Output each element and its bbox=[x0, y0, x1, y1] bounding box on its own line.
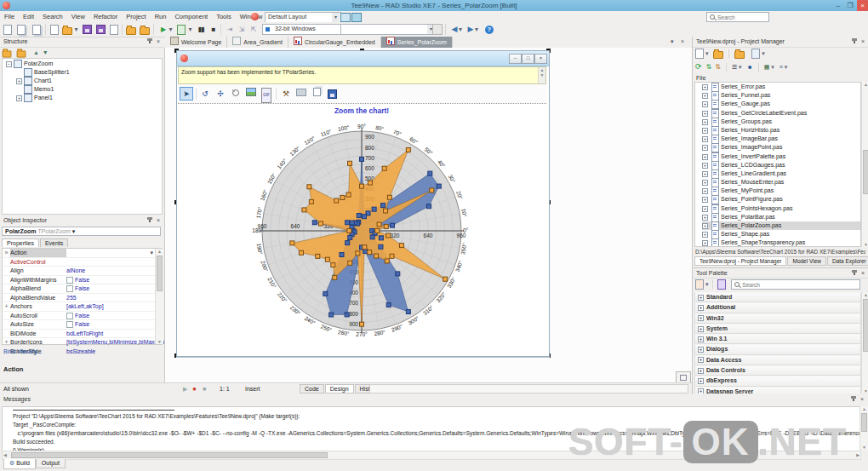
oi-row-align[interactable]: AlignalNone bbox=[3, 267, 162, 276]
oi-row-bidimode[interactable]: BiDiModebdLeftToRight bbox=[3, 330, 162, 339]
pm-scrollbar[interactable]: ▲▼ bbox=[861, 82, 868, 247]
remove-from-project-icon[interactable] bbox=[139, 24, 151, 35]
trace-into-icon[interactable]: ⇲ bbox=[236, 24, 248, 35]
palette-category-dbexpress[interactable]: +dbExpress bbox=[694, 376, 861, 386]
memo-scrollbar[interactable]: ▲▼ bbox=[538, 67, 545, 83]
menu-edit[interactable]: Edit bbox=[19, 11, 38, 20]
cursor-tool-icon[interactable]: ➤ bbox=[180, 87, 193, 101]
open-folder-icon[interactable] bbox=[734, 51, 745, 59]
bottom-tab-build[interactable]: ⚙Build bbox=[3, 459, 36, 469]
new-items-icon[interactable] bbox=[2, 24, 14, 35]
save-all-icon[interactable] bbox=[94, 24, 106, 35]
checkbox-icon[interactable] bbox=[66, 313, 73, 319]
palette-search-input[interactable] bbox=[732, 280, 859, 289]
expand-icon[interactable]: + bbox=[702, 206, 708, 212]
palette-category-additional[interactable]: +Additional bbox=[694, 302, 861, 313]
sort-az-icon[interactable]: ⇅ bbox=[706, 63, 712, 71]
project-file-item[interactable]: +Series_ImageBar.pas bbox=[702, 135, 860, 143]
ide-search[interactable] bbox=[706, 12, 769, 22]
oi-row-autoscroll[interactable]: AutoScrollFalse bbox=[3, 312, 162, 321]
sync-edit-icon[interactable]: ≡ bbox=[779, 64, 783, 70]
expand-icon[interactable]: + bbox=[702, 163, 708, 169]
expand-icon[interactable]: + bbox=[698, 336, 704, 342]
add-to-project-icon[interactable] bbox=[125, 24, 137, 35]
expand-icon[interactable]: + bbox=[698, 388, 704, 393]
collapse-icon[interactable]: − bbox=[6, 61, 12, 67]
editor-tab-area-gradient[interactable]: Area_Gradient bbox=[227, 37, 288, 48]
step-out-icon[interactable]: ⇱ bbox=[248, 24, 260, 35]
close-icon[interactable]: × bbox=[861, 270, 865, 276]
project-file-item[interactable]: +Series_Groups.pas bbox=[702, 118, 860, 126]
chevron-down-icon[interactable]: ▾ bbox=[785, 64, 788, 70]
expand-icon[interactable]: + bbox=[702, 232, 708, 238]
expand-icon[interactable]: + bbox=[702, 101, 708, 107]
expand-icon[interactable]: + bbox=[698, 378, 704, 384]
move-up-icon[interactable]: ▲ bbox=[33, 49, 39, 55]
expand-icon[interactable]: + bbox=[698, 295, 704, 301]
oi-object-combo[interactable]: PolarZoom TPolarZoom ▾ bbox=[2, 227, 161, 236]
project-file-item[interactable]: +Series_PointFigure.pas bbox=[702, 195, 860, 204]
palette-search[interactable] bbox=[731, 279, 860, 290]
pin-icon[interactable] bbox=[853, 396, 854, 402]
property-value[interactable]: bdLeftToRight bbox=[66, 330, 103, 336]
chevron-down-icon[interactable]: ▾ bbox=[771, 64, 774, 70]
pin-icon[interactable] bbox=[854, 38, 855, 44]
expand-all-icon[interactable] bbox=[17, 50, 26, 57]
chevron-down-icon[interactable]: ▾ bbox=[705, 281, 709, 287]
oi-row-activecontrol[interactable]: ActiveControl bbox=[3, 258, 162, 267]
palette-category-standard[interactable]: +Standard bbox=[694, 292, 861, 302]
checkbox-icon[interactable] bbox=[66, 321, 73, 328]
minimize-button[interactable]: – bbox=[832, 0, 844, 11]
structure-node-memo1[interactable]: Memo1 bbox=[4, 85, 160, 94]
expand-icon[interactable]: + bbox=[702, 188, 708, 194]
checkbox-icon[interactable] bbox=[66, 285, 73, 292]
expand-icon[interactable]: + bbox=[702, 119, 708, 125]
zoom-tool-icon[interactable] bbox=[229, 87, 243, 101]
new-project-icon[interactable] bbox=[695, 49, 704, 59]
chevron-down-icon[interactable]: ▾ bbox=[762, 50, 765, 56]
expand-icon[interactable]: + bbox=[702, 84, 708, 90]
open-icon[interactable] bbox=[61, 24, 73, 35]
menu-run[interactable]: Run bbox=[151, 11, 171, 20]
pin-icon[interactable] bbox=[854, 270, 855, 276]
property-value[interactable]: False bbox=[66, 321, 89, 327]
expand-icon[interactable]: + bbox=[698, 315, 704, 321]
ide-search-input[interactable] bbox=[707, 13, 768, 21]
copy-icon[interactable] bbox=[310, 87, 323, 101]
forward-dropdown-icon[interactable]: ▾ bbox=[474, 24, 479, 35]
expand-icon[interactable]: + bbox=[702, 154, 708, 160]
expand-icon[interactable]: + bbox=[702, 180, 708, 186]
print-icon[interactable] bbox=[294, 87, 308, 101]
designer-corner-button[interactable] bbox=[676, 371, 691, 383]
save-icon[interactable] bbox=[81, 24, 93, 35]
close-icon[interactable]: × bbox=[861, 38, 865, 44]
oi-row-action[interactable]: »Action▾ bbox=[3, 249, 162, 258]
expand-icon[interactable]: + bbox=[702, 93, 708, 99]
open-project-icon[interactable] bbox=[31, 24, 43, 35]
image-export-icon[interactable] bbox=[244, 87, 258, 101]
project-file-item[interactable]: +Series_Gauge.pas bbox=[702, 100, 860, 108]
oi-scrollbar[interactable]: ▲▼ bbox=[155, 249, 163, 344]
palette-category-dialogs[interactable]: +Dialogs bbox=[694, 344, 861, 354]
undo-zoom-icon[interactable]: ↺ bbox=[198, 87, 212, 101]
edit-chart-icon[interactable]: ⚒ bbox=[279, 87, 293, 101]
tp-scrollbar[interactable]: ▲▼ bbox=[861, 292, 868, 393]
expand-icon[interactable]: + bbox=[702, 215, 708, 221]
chevron-down-icon[interactable]: ▾ bbox=[739, 64, 742, 70]
chevron-down-icon[interactable]: ▾ bbox=[332, 13, 340, 22]
pin-icon[interactable] bbox=[149, 38, 151, 44]
structure-node-basesplitter1[interactable]: BaseSplitter1 bbox=[4, 68, 160, 77]
property-value[interactable]: bsSizeable bbox=[66, 348, 95, 354]
pm-tab-tee9new-dproj-project-manager[interactable]: Tee9New.dproj - Project Manager bbox=[694, 256, 786, 266]
expand-icon[interactable]: + bbox=[698, 347, 704, 353]
message-line[interactable]: Project "D:\Apps\Steema Software\TeeChar… bbox=[13, 412, 860, 421]
menu-component[interactable]: Component bbox=[170, 11, 212, 20]
designed-form[interactable]: – □ × Zoom support has been implemented … bbox=[176, 50, 550, 357]
checkbox-icon[interactable] bbox=[66, 277, 73, 284]
oi-row-anchors[interactable]: +Anchors[akLeft,akTop] bbox=[3, 302, 162, 312]
bottom-tab-output[interactable]: Output bbox=[36, 459, 66, 468]
list-button[interactable] bbox=[432, 24, 443, 35]
project-file-item[interactable]: +Series_Funnel.pas bbox=[702, 91, 860, 100]
collapse-all-icon[interactable] bbox=[3, 50, 12, 57]
expand-icon[interactable]: + bbox=[702, 240, 708, 246]
